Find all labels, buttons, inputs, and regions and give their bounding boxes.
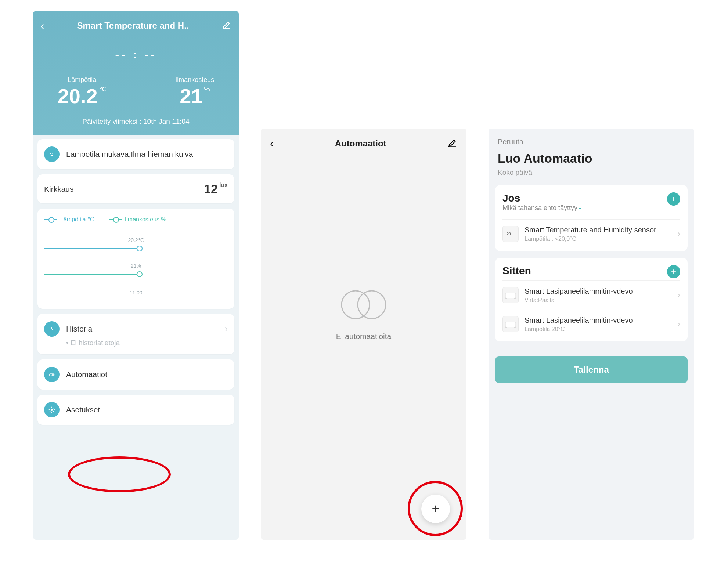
svg-rect-24 bbox=[505, 293, 516, 298]
svg-point-13 bbox=[51, 409, 53, 411]
cancel-button[interactable]: Peruuta bbox=[498, 138, 685, 146]
settings-card[interactable]: Asetukset bbox=[37, 395, 234, 425]
action-row[interactable]: Smart Lasipaneelilämmitin-vdevo Lämpötil… bbox=[502, 310, 680, 339]
sensor-icon: 28… bbox=[502, 226, 519, 242]
action-row[interactable]: Smart Lasipaneelilämmitin-vdevo Virta:Pä… bbox=[502, 280, 680, 310]
temperature-value: 20.2℃ bbox=[58, 86, 107, 106]
svg-point-22 bbox=[342, 291, 370, 319]
if-title: Jos bbox=[502, 192, 581, 204]
condition-device-name: Smart Temperature and Humidity sensor bbox=[525, 225, 672, 235]
condition-mode-dropdown[interactable]: Mikä tahansa ehto täyttyy▾ bbox=[502, 204, 581, 212]
svg-text:21%: 21% bbox=[131, 263, 141, 269]
action-detail: Lämpötila:20°C bbox=[525, 326, 672, 333]
svg-rect-28 bbox=[505, 327, 507, 328]
chart-area: 20.2℃ 21% 11:00 bbox=[44, 234, 228, 301]
comfort-card: Lämpötila mukava,Ilma hieman kuiva bbox=[37, 139, 234, 169]
brightness-label: Kirkkaus bbox=[44, 185, 74, 193]
history-card[interactable]: Historia › Ei historiatietoja bbox=[37, 314, 234, 354]
chevron-down-icon: ▾ bbox=[579, 206, 581, 211]
svg-text:11:00: 11:00 bbox=[129, 290, 142, 296]
smile-icon bbox=[44, 146, 60, 162]
back-button[interactable]: ‹ bbox=[40, 19, 44, 32]
svg-point-1 bbox=[50, 153, 51, 154]
add-condition-button[interactable]: + bbox=[667, 192, 680, 206]
comfort-text: Lämpötila mukava,Ilma hieman kuiva bbox=[66, 150, 193, 159]
create-automation-screen: Peruuta Luo Automaatio Koko päivä Jos Mi… bbox=[489, 129, 694, 540]
back-button[interactable]: ‹ bbox=[270, 138, 273, 149]
brightness-card: Kirkkaus 12lux bbox=[37, 174, 234, 203]
svg-point-5 bbox=[137, 246, 142, 251]
humidity-block: Ilmankosteus 21% bbox=[175, 76, 214, 106]
annotation-circle-automations bbox=[68, 456, 171, 492]
action-detail: Virta:Päällä bbox=[525, 297, 672, 304]
history-label: Historia bbox=[66, 325, 92, 333]
humidity-value: 21% bbox=[175, 86, 214, 106]
legend-humidity: Ilmankosteus % bbox=[109, 216, 166, 223]
chevron-right-icon: › bbox=[678, 229, 680, 239]
then-card: Sitten + Smart Lasipaneelilämmitin-vdevo… bbox=[495, 258, 688, 341]
chevron-right-icon: › bbox=[678, 319, 680, 329]
add-action-button[interactable]: + bbox=[667, 265, 680, 278]
svg-line-18 bbox=[50, 408, 50, 408]
last-updated: Päivitetty viimeksi : 10th Jan 11:04 bbox=[40, 117, 231, 126]
empty-message: Ei automaatioita bbox=[334, 332, 393, 341]
page-title: Smart Temperature and H.. bbox=[77, 21, 189, 31]
svg-rect-27 bbox=[505, 322, 516, 327]
condition-row[interactable]: 28… Smart Temperature and Humidity senso… bbox=[502, 219, 680, 248]
humidity-label: Ilmankosteus bbox=[175, 76, 214, 84]
brightness-value: 12lux bbox=[204, 182, 228, 196]
device-detail-screen: ‹ Smart Temperature and H.. -- : -- Lämp… bbox=[33, 11, 239, 540]
svg-point-8 bbox=[137, 272, 142, 277]
save-button[interactable]: Tallenna bbox=[495, 356, 688, 383]
edit-icon[interactable] bbox=[222, 20, 231, 31]
action-device-name: Smart Lasipaneelilämmitin-vdevo bbox=[525, 287, 672, 296]
automations-list-screen: ‹ Automaatiot Ei automaatioita + bbox=[261, 129, 466, 540]
clock-display: -- : -- bbox=[40, 48, 231, 61]
temperature-label: Lämpötila bbox=[58, 76, 107, 84]
heater-icon bbox=[502, 316, 519, 332]
heater-icon bbox=[502, 287, 519, 303]
automations-card[interactable]: Automaatiot bbox=[37, 359, 234, 390]
settings-label: Asetukset bbox=[66, 405, 100, 414]
svg-point-2 bbox=[53, 153, 53, 154]
svg-point-0 bbox=[48, 151, 55, 158]
svg-rect-26 bbox=[514, 298, 516, 299]
gear-icon bbox=[44, 402, 60, 417]
legend-temperature: Lämpötila ℃ bbox=[44, 216, 94, 223]
automations-label: Automaatiot bbox=[66, 370, 107, 379]
temperature-block: Lämpötila 20.2℃ bbox=[58, 76, 107, 106]
svg-line-21 bbox=[53, 408, 54, 408]
svg-line-19 bbox=[53, 411, 54, 412]
then-title: Sitten bbox=[502, 265, 531, 277]
action-device-name: Smart Lasipaneelilämmitin-vdevo bbox=[525, 316, 672, 325]
svg-rect-29 bbox=[514, 327, 516, 328]
add-automation-fab[interactable]: + bbox=[421, 495, 450, 523]
toggle-icon bbox=[44, 367, 60, 382]
condition-detail: Lämpötila : <20,0°C bbox=[525, 236, 672, 242]
svg-line-20 bbox=[50, 411, 50, 412]
divider bbox=[141, 80, 141, 102]
edit-icon[interactable] bbox=[448, 138, 457, 149]
device-header: ‹ Smart Temperature and H.. -- : -- Lämp… bbox=[33, 11, 239, 135]
svg-point-12 bbox=[50, 374, 52, 376]
venn-icon bbox=[334, 286, 393, 325]
clock-icon bbox=[44, 321, 60, 337]
if-card: Jos Mikä tahansa ehto täyttyy▾ + 28… Sma… bbox=[495, 185, 688, 251]
empty-state: Ei automaatioita bbox=[334, 286, 393, 341]
svg-text:20.2℃: 20.2℃ bbox=[128, 237, 144, 243]
chevron-right-icon: › bbox=[678, 290, 680, 300]
page-title: Automaatiot bbox=[335, 138, 386, 149]
page-subtitle: Koko päivä bbox=[498, 169, 685, 177]
svg-rect-25 bbox=[505, 298, 507, 299]
svg-point-23 bbox=[358, 291, 386, 319]
history-empty: Ei historiatietoja bbox=[66, 339, 228, 347]
chevron-right-icon: › bbox=[225, 324, 228, 334]
page-title: Luo Automaatio bbox=[498, 151, 685, 166]
chart-card: Lämpötila ℃ Ilmankosteus % 20.2℃ 21% 11:… bbox=[37, 209, 234, 309]
